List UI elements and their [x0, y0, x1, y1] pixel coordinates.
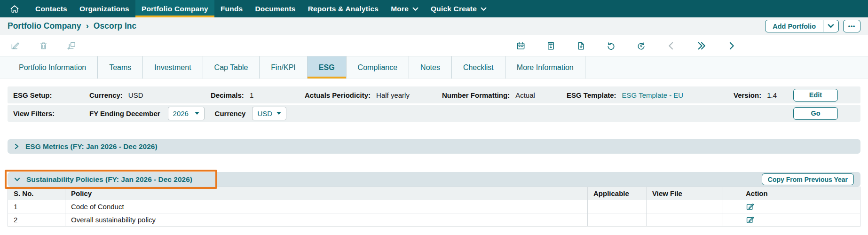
field-label: Decimals:: [211, 91, 244, 99]
column-header-action: Action: [723, 187, 860, 200]
column-header-view-file: View File: [647, 187, 723, 200]
add-portfolio-split-button: Add Portfolio: [765, 20, 839, 32]
field-actuals-periodicity: Actuals Periodicity: Half yearly: [305, 91, 442, 99]
esg-setup-label: ESG Setup:: [13, 91, 89, 99]
copy-from-previous-year-button[interactable]: Copy From Previous Year: [762, 173, 854, 185]
copy-icon[interactable]: [67, 41, 77, 51]
tab-cap-table[interactable]: Cap Table: [203, 56, 260, 78]
add-portfolio-button[interactable]: Add Portfolio: [765, 20, 823, 32]
field-label: Version:: [734, 91, 761, 99]
svg-text:$: $: [640, 44, 642, 48]
tab-checklist[interactable]: Checklist: [452, 56, 505, 78]
view-filters-bar: View Filters: FY Ending December 2026 Cu…: [8, 105, 860, 122]
field-value: USD: [128, 91, 143, 99]
nav-label: More: [391, 5, 409, 13]
fy-ending-label: FY Ending December: [89, 110, 160, 118]
nav-item-reports-analytics[interactable]: Reports & Analytics: [302, 0, 385, 17]
field-decimals: Decimals: 1: [211, 91, 305, 99]
currency-filter-label: Currency: [215, 110, 246, 118]
nav-item-quick-create[interactable]: Quick Create: [425, 0, 493, 17]
tab-label: Fin/KPI: [271, 63, 295, 72]
field-esg-template: ESG Template: ESG Template - EU: [567, 91, 734, 99]
nav-item-funds[interactable]: Funds: [214, 0, 249, 17]
esg-setup-bar: ESG Setup: Currency: USD Decimals: 1 Act…: [8, 86, 860, 103]
nav-item-contacts[interactable]: Contacts: [29, 0, 73, 17]
nav-label: Documents: [255, 5, 295, 13]
currency-dropdown[interactable]: USD: [252, 107, 286, 120]
tab-fin-kpi[interactable]: Fin/KPI: [260, 56, 307, 78]
field-value: 1: [250, 91, 253, 99]
section-title: ESG Metrics (FY: Jan 2026 - Dec 2026): [25, 142, 158, 151]
dropdown-arrow-icon: [276, 112, 281, 115]
chevron-down-icon: [481, 7, 487, 11]
fiscal-year-dropdown[interactable]: 2026: [168, 107, 205, 120]
tab-label: ESG: [319, 63, 335, 72]
calendar-icon[interactable]: [516, 41, 526, 51]
cell-action: [723, 200, 860, 213]
delete-icon[interactable]: [39, 41, 48, 51]
nav-label: Quick Create: [431, 5, 477, 13]
tab-portfolio-information[interactable]: Portfolio Information: [8, 56, 98, 78]
esg-template-link[interactable]: ESG Template - EU: [622, 91, 684, 99]
cell-policy: Code of Conduct: [65, 200, 588, 213]
edit-row-icon[interactable]: [746, 202, 755, 211]
template-icon[interactable]: [546, 41, 556, 51]
record-toolbar: $: [0, 35, 868, 56]
tab-label: Teams: [109, 63, 131, 72]
edit-icon[interactable]: [10, 41, 20, 51]
nav-item-documents[interactable]: Documents: [249, 0, 301, 17]
ellipsis-icon: •••: [848, 23, 856, 30]
top-nav: Contacts Organizations Portfolio Company…: [0, 0, 868, 17]
breadcrumb-separator: ›: [86, 21, 89, 31]
cell-sno: 1: [8, 200, 65, 213]
tab-teams[interactable]: Teams: [98, 56, 143, 78]
chevron-down-icon: [412, 7, 418, 11]
double-chevron-right-icon[interactable]: [696, 41, 706, 51]
tab-notes[interactable]: Notes: [409, 56, 452, 78]
nav-label: Organizations: [79, 5, 129, 13]
chevron-down-icon[interactable]: [14, 177, 20, 182]
nav-label: Contacts: [35, 5, 67, 13]
column-header-policy: Policy: [65, 187, 588, 200]
edit-row-icon[interactable]: [746, 215, 755, 224]
edit-button[interactable]: Edit: [793, 89, 838, 102]
currency-filter-value: USD: [257, 110, 272, 118]
nav-label: Portfolio Company: [142, 5, 208, 13]
field-value: 1.4: [767, 91, 777, 99]
tab-label: Investment: [154, 63, 191, 72]
nav-item-organizations[interactable]: Organizations: [73, 0, 135, 17]
tab-label: Portfolio Information: [19, 63, 86, 72]
home-button[interactable]: [0, 0, 29, 17]
tab-investment[interactable]: Investment: [143, 56, 203, 78]
breadcrumb-parent[interactable]: Portfolio Company: [8, 21, 81, 31]
export-document-icon[interactable]: [576, 41, 586, 51]
field-label: Actuals Periodicity:: [305, 91, 371, 99]
esg-metrics-section-header[interactable]: ESG Metrics (FY: Jan 2026 - Dec 2026): [8, 139, 860, 154]
cell-action: [723, 213, 860, 227]
add-portfolio-dropdown-button[interactable]: [823, 20, 838, 32]
field-version: Version: 1.4: [734, 91, 777, 99]
field-label: Number Formatting:: [442, 91, 510, 99]
nav-item-more[interactable]: More: [385, 0, 425, 17]
chevron-right-icon[interactable]: [726, 41, 736, 51]
nav-label: Reports & Analytics: [308, 5, 379, 13]
sustainability-policies-section-header[interactable]: Sustainability Policies (FY: Jan 2026 - …: [8, 172, 860, 187]
currency-refresh-icon[interactable]: $: [636, 41, 646, 51]
table-row: 2 Overall sustainability policy: [8, 213, 860, 227]
tab-more-information[interactable]: More Information: [505, 56, 585, 78]
chevron-left-icon[interactable]: [666, 41, 676, 51]
more-actions-button[interactable]: •••: [843, 20, 860, 32]
chevron-right-icon[interactable]: [14, 143, 19, 149]
cell-applicable: [588, 213, 647, 227]
go-button[interactable]: Go: [793, 107, 838, 120]
home-icon: [9, 4, 20, 14]
sustainability-policies-table: S. No. Policy Applicable View File Actio…: [8, 187, 860, 227]
tab-label: Cap Table: [214, 63, 248, 72]
cell-applicable: [588, 200, 647, 213]
tab-compliance[interactable]: Compliance: [347, 56, 409, 78]
history-icon[interactable]: [606, 41, 616, 51]
tab-esg[interactable]: ESG: [308, 56, 347, 78]
nav-item-portfolio-company[interactable]: Portfolio Company: [135, 0, 214, 17]
breadcrumb-current: Oscorp Inc: [94, 21, 136, 31]
toolbar-right-group: $: [516, 41, 868, 51]
